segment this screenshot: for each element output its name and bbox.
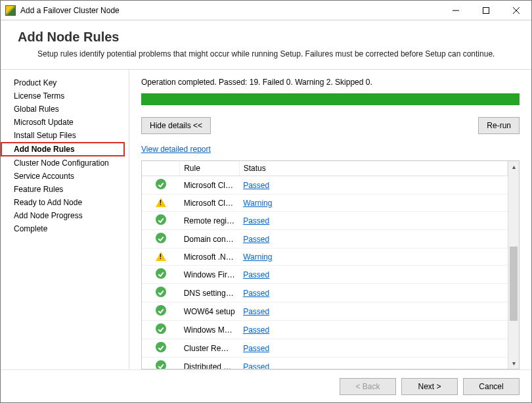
status-link[interactable]: Warning [243,252,272,262]
sidebar-item[interactable]: Product Key [1,76,129,89]
rule-name: Remote registry service (MY-SQL02) [180,212,240,230]
table-row[interactable]: Windows Management Instrumentation (WMI)… [142,321,508,339]
passed-icon [142,358,180,369]
footer: < Back Next > Cancel [1,369,531,402]
table-header-row: Rule Status [142,161,508,176]
sidebar-item[interactable]: Feature Rules [1,183,129,196]
rule-status: Passed [239,230,507,249]
status-link[interactable]: Passed [243,216,269,225]
rule-name: Microsoft Cluster Service (MSCS) cluster… [180,195,240,212]
sidebar-item[interactable]: License Terms [1,89,129,103]
table-row[interactable]: Microsoft .NET Application SecurityWarni… [142,249,508,266]
scroll-thumb[interactable] [510,247,518,321]
cancel-button[interactable]: Cancel [463,378,520,395]
view-detailed-report-link[interactable]: View detailed report [141,145,211,154]
progress-bar [141,93,520,105]
passed-icon [142,266,180,284]
rule-status: Passed [239,339,507,358]
header: Add Node Rules Setup rules identify pote… [1,20,531,70]
warning-icon [142,195,180,212]
back-button[interactable]: < Back [340,378,396,395]
rule-name: Windows Management Instrumentation (WMI)… [180,321,240,339]
page-title: Add Node Rules [18,30,514,45]
sidebar-item[interactable]: Install Setup Files [1,129,129,142]
rules-table: Rule Status Microsoft Cluster Service (M… [142,161,508,369]
rule-status: Passed [239,266,507,284]
table-row[interactable]: Distributed Transaction Coordinator (MSD… [142,358,508,369]
next-button[interactable]: Next > [401,378,458,395]
sidebar-item[interactable]: Complete [1,222,129,235]
minimize-button[interactable] [441,1,471,20]
hide-details-button[interactable]: Hide details << [141,117,211,134]
status-link[interactable]: Passed [243,344,269,353]
col-rule[interactable]: Rule [180,161,240,176]
sidebar-item[interactable]: Ready to Add Node [1,196,129,209]
status-link[interactable]: Passed [243,307,269,316]
status-link[interactable]: Passed [243,270,269,279]
sidebar-item[interactable]: Cluster Node Configuration [1,156,129,170]
close-button[interactable] [501,1,531,20]
sidebar-item[interactable]: Add Node Progress [1,209,129,222]
window-title: Add a Failover Cluster Node [20,6,441,15]
rule-name: WOW64 setup [180,302,240,321]
scroll-down-icon[interactable]: ▾ [508,358,519,369]
scroll-track[interactable] [508,172,519,358]
status-link[interactable]: Passed [243,181,269,190]
sidebar-item[interactable]: Service Accounts [1,170,129,183]
rule-status: Warning [239,249,507,266]
passed-icon [142,321,180,339]
rule-name: Windows Firewall [180,266,240,284]
passed-icon [142,212,180,230]
content-pane: Operation completed. Passed: 19. Failed … [129,70,531,369]
rule-status: Passed [239,321,507,339]
sidebar-item[interactable]: Add Node Rules [1,142,125,156]
status-link[interactable]: Passed [243,289,269,298]
passed-icon [142,339,180,358]
titlebar: Add a Failover Cluster Node [1,1,531,20]
table-row[interactable]: Windows FirewallPassed [142,266,508,284]
status-link[interactable]: Passed [243,235,269,244]
table-row[interactable]: Remote registry service (MY-SQL02)Passed [142,212,508,230]
table-row[interactable]: Microsoft Cluster Service (MSCS) cluster… [142,195,508,212]
rule-status: Passed [239,176,507,195]
col-status[interactable]: Status [239,161,507,176]
scroll-up-icon[interactable]: ▴ [508,161,519,172]
rule-name: Microsoft Cluster Service (MSCS) cluster… [180,176,240,195]
body: Product KeyLicense TermsGlobal RulesMicr… [1,70,531,369]
maximize-button[interactable] [471,1,501,20]
passed-icon [142,284,180,302]
action-row: Hide details << Re-run [141,117,520,134]
rule-status: Warning [239,195,507,212]
svg-rect-1 [483,7,489,13]
sidebar-item[interactable]: Microsoft Update [1,116,129,129]
scrollbar[interactable]: ▴ ▾ [508,161,519,369]
table-row[interactable]: Domain controllerPassed [142,230,508,249]
col-icon[interactable] [142,161,180,176]
wizard-window: Add a Failover Cluster Node Add Node Rul… [0,0,532,403]
passed-icon [142,302,180,321]
rule-name: Microsoft .NET Application Security [180,249,240,266]
sidebar-item[interactable]: Global Rules [1,103,129,116]
nav-sidebar: Product KeyLicense TermsGlobal RulesMicr… [1,70,129,369]
rule-status: Passed [239,302,507,321]
page-desc: Setup rules identify potential problems … [37,49,497,60]
rule-name: Domain controller [180,230,240,249]
status-link[interactable]: Passed [243,362,269,369]
table-row[interactable]: DNS settings (MY-SQL02)Passed [142,284,508,302]
rerun-button[interactable]: Re-run [478,117,520,134]
table-row[interactable]: WOW64 setupPassed [142,302,508,321]
status-link[interactable]: Passed [243,325,269,335]
passed-icon [142,176,180,195]
rule-name: Cluster Remote Access (MY-SQL01) [180,339,240,358]
rules-grid-wrap: Rule Status Microsoft Cluster Service (M… [141,160,520,369]
table-row[interactable]: Cluster Remote Access (MY-SQL01)Passed [142,339,508,358]
rule-status: Passed [239,212,507,230]
status-link[interactable]: Warning [243,199,272,208]
rule-status: Passed [239,358,507,369]
rules-grid: Rule Status Microsoft Cluster Service (M… [142,161,508,369]
app-icon [5,5,16,16]
warning-icon [142,249,180,266]
table-row[interactable]: Microsoft Cluster Service (MSCS) cluster… [142,176,508,195]
rule-status: Passed [239,284,507,302]
rule-name: DNS settings (MY-SQL02) [180,284,240,302]
